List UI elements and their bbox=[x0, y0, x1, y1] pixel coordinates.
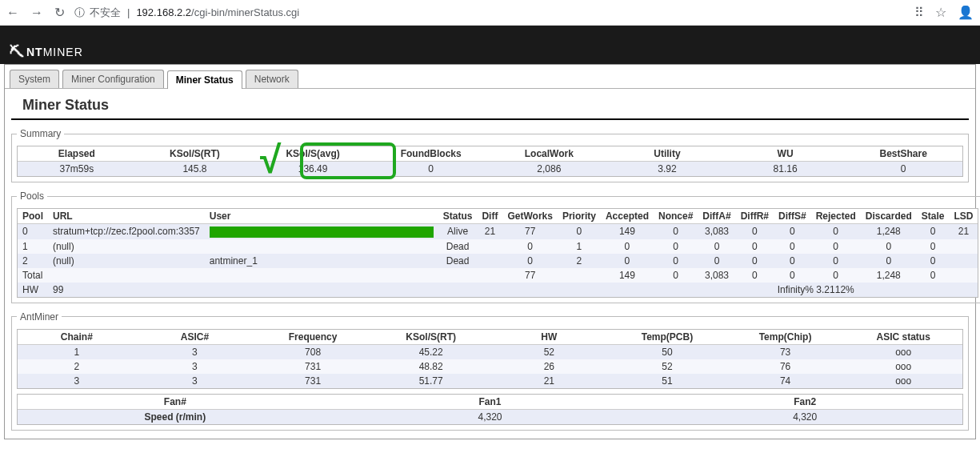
address-bar[interactable]: ⓘ 不安全 | 192.168.2.2/cgi-bin/minerStatus.… bbox=[74, 6, 905, 20]
pools-cell: 0 bbox=[502, 254, 557, 268]
pools-cell: 2 bbox=[18, 254, 48, 268]
hw-value: 99 bbox=[48, 283, 205, 297]
pools-cell: 0 bbox=[654, 268, 698, 283]
pools-cell bbox=[438, 268, 478, 283]
reload-icon[interactable]: ↻ bbox=[54, 5, 65, 20]
chain-cell: 73 bbox=[726, 344, 845, 359]
table-row: HW99Infinity% 3.2112% bbox=[18, 283, 978, 297]
pools-cell: 1,248 bbox=[861, 224, 917, 239]
chain-header: ASIC status bbox=[844, 330, 962, 345]
fan-header: Fan1 bbox=[333, 395, 648, 410]
insecure-label: 不安全 bbox=[90, 6, 121, 20]
pools-header: GetWorks bbox=[502, 209, 557, 224]
table-row: 0stratum+tcp://zec.f2pool.com:3357Alive2… bbox=[18, 224, 978, 239]
pools-cell: 1,248 bbox=[861, 268, 917, 283]
pools-cell bbox=[205, 268, 438, 283]
url-text: 192.168.2.2/cgi-bin/minerStatus.cgi bbox=[136, 6, 299, 18]
pools-cell: 0 bbox=[654, 224, 698, 239]
pools-header: Rejected bbox=[811, 209, 861, 224]
summary-cell: 2,086 bbox=[490, 162, 609, 177]
pools-header: Accepted bbox=[601, 209, 654, 224]
pools-header: DiffS# bbox=[774, 209, 811, 224]
summary-header: Utility bbox=[608, 146, 726, 162]
tab-bar: SystemMiner ConfigurationMiner StatusNet… bbox=[5, 65, 975, 89]
pools-cell bbox=[205, 239, 438, 254]
profile-icon[interactable]: 👤 bbox=[958, 5, 974, 20]
chain-cell: 708 bbox=[254, 344, 372, 359]
back-icon[interactable]: ← bbox=[6, 6, 19, 20]
table-row: 2(null)antminer_1Dead0200000000 bbox=[18, 254, 978, 268]
chain-cell: ooo bbox=[844, 359, 962, 374]
chain-header: ASIC# bbox=[136, 330, 254, 345]
pools-cell: Dead bbox=[438, 254, 478, 268]
chain-header: Temp(Chip) bbox=[726, 330, 845, 345]
summary-section: Summary ElapsedKSol/S(RT)KSol/S(avg)Foun… bbox=[11, 128, 969, 182]
fan-cell: 4,320 bbox=[647, 409, 962, 424]
star-icon[interactable]: ☆ bbox=[935, 5, 946, 20]
pools-header: DiffR# bbox=[736, 209, 774, 224]
pools-cell: 0 bbox=[917, 268, 950, 283]
chain-cell: 3 bbox=[136, 359, 254, 374]
logo-icon: ⛏ bbox=[10, 45, 25, 59]
table-row: 1370845.22525073ooo bbox=[18, 344, 962, 359]
pools-cell: 1 bbox=[558, 239, 601, 254]
pools-header: Nonce# bbox=[654, 209, 698, 224]
table-row: 3373151.77215174ooo bbox=[18, 374, 962, 388]
pools-cell: 0 bbox=[774, 254, 811, 268]
tab-system[interactable]: System bbox=[10, 70, 59, 88]
chain-cell: 3 bbox=[18, 374, 136, 388]
pools-cell: 2 bbox=[558, 254, 601, 268]
page-title: Miner Status bbox=[11, 89, 969, 120]
chain-cell: 2 bbox=[18, 359, 136, 374]
pools-cell: 21 bbox=[949, 224, 978, 239]
chain-cell: ooo bbox=[844, 374, 962, 388]
summary-header: BestShare bbox=[844, 146, 962, 162]
pools-cell: 0 bbox=[736, 268, 774, 283]
chain-cell: 76 bbox=[726, 359, 845, 374]
pools-cell: Dead bbox=[438, 239, 478, 254]
pools-cell: 0 bbox=[811, 239, 861, 254]
translate-icon[interactable]: ⠿ bbox=[914, 5, 924, 20]
pools-cell: 0 bbox=[774, 239, 811, 254]
pools-cell: stratum+tcp://zec.f2pool.com:3357 bbox=[48, 224, 205, 239]
user-redacted-bar bbox=[210, 226, 434, 238]
pools-cell: 0 bbox=[774, 268, 811, 283]
chain-cell: ooo bbox=[844, 344, 962, 359]
tab-miner-status[interactable]: Miner Status bbox=[167, 70, 242, 89]
summary-header: FoundBlocks bbox=[372, 146, 490, 162]
pools-cell bbox=[558, 268, 601, 283]
pools-cell bbox=[949, 239, 978, 254]
pools-cell: 0 bbox=[861, 254, 917, 268]
chain-cell: 51.77 bbox=[372, 374, 490, 388]
pools-header: Priority bbox=[558, 209, 601, 224]
chain-cell: 731 bbox=[254, 374, 372, 388]
pools-cell: 0 bbox=[917, 254, 950, 268]
forward-icon[interactable]: → bbox=[30, 6, 43, 20]
pools-cell: antminer_1 bbox=[205, 254, 438, 268]
tab-miner-configuration[interactable]: Miner Configuration bbox=[62, 70, 164, 88]
pools-cell: 0 bbox=[698, 239, 735, 254]
summary-header: WU bbox=[726, 146, 845, 162]
pools-cell bbox=[205, 224, 438, 239]
pools-header: User bbox=[205, 209, 438, 224]
chain-cell: 3 bbox=[136, 374, 254, 388]
pools-cell: 0 bbox=[811, 268, 861, 283]
pools-cell: 77 bbox=[502, 224, 557, 239]
pools-cell: 0 bbox=[736, 239, 774, 254]
app-header: ⛏ NTMINER bbox=[0, 26, 980, 64]
table-row: 2373148.82265276ooo bbox=[18, 359, 962, 374]
chain-cell: 731 bbox=[254, 359, 372, 374]
pools-cell: 0 bbox=[811, 224, 861, 239]
pools-section: Pools PoolURLUserStatusDiffGetWorksPrior… bbox=[11, 190, 980, 303]
pools-cell: Alive bbox=[438, 224, 478, 239]
pools-header: Discarded bbox=[861, 209, 917, 224]
summary-cell: 81.16 bbox=[726, 162, 845, 177]
pools-header: DiffA# bbox=[698, 209, 735, 224]
summary-cell: 136.49 bbox=[254, 162, 372, 177]
pools-cell bbox=[477, 268, 502, 283]
pools-cell bbox=[477, 254, 502, 268]
pools-cell bbox=[949, 268, 978, 283]
tab-network[interactable]: Network bbox=[246, 70, 298, 88]
fan-header: Fan# bbox=[18, 395, 333, 410]
chain-header: Chain# bbox=[18, 330, 136, 345]
